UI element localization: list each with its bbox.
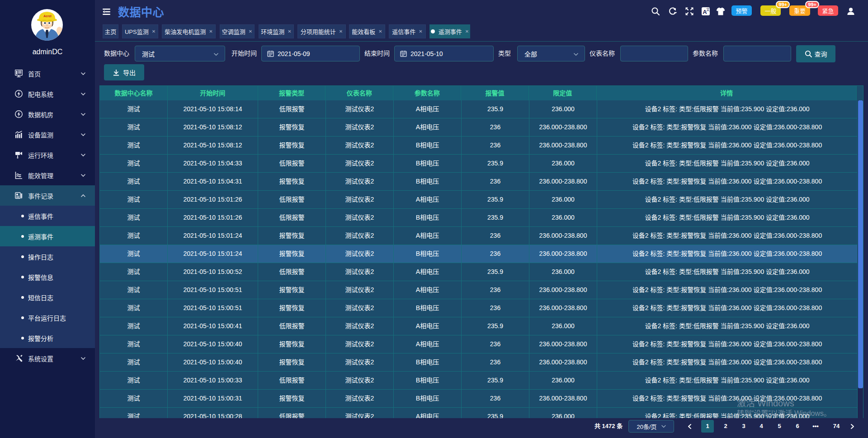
svg-text:文: 文 [706,7,710,12]
svg-text:Acrel: Acrel [43,14,52,18]
